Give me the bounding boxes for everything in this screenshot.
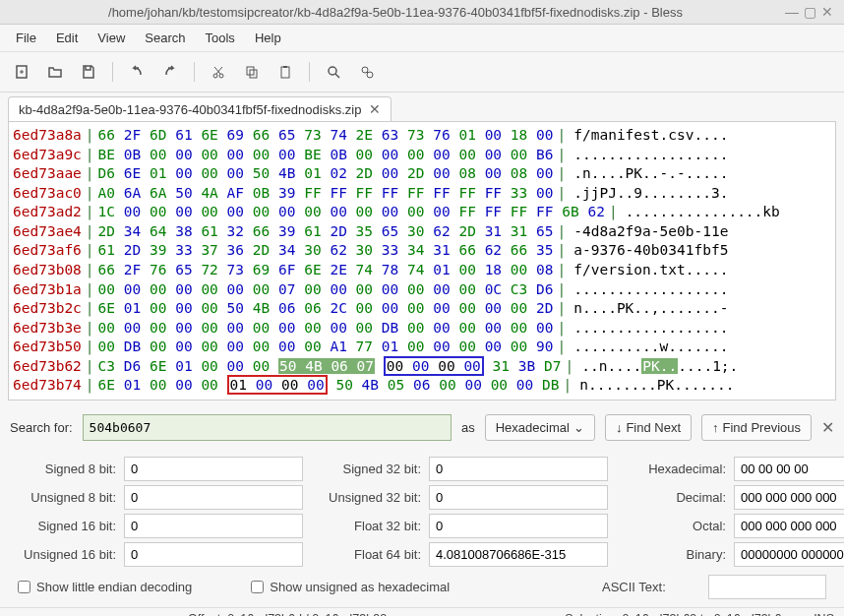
search-label: Search for: [10,420,73,435]
window-title: /home/johan/kb/testomsipcreator/kb-4d8a2… [8,5,783,20]
inspector-options: Show little endian decoding Show unsigne… [0,571,844,607]
signed-32-field[interactable] [429,457,608,481]
replace-button[interactable] [353,58,381,86]
svg-line-10 [335,74,339,78]
redo-button[interactable] [156,58,184,86]
status-offset: Offset: 0x16ed73b6d / 0x16ed73b92 [188,612,387,616]
close-button[interactable]: ✕ [818,4,836,20]
hex-view[interactable]: 6ed73a8a|66 2F 6D 61 6E 69 66 65 73 74 2… [8,121,836,400]
search-as-label: as [461,420,475,435]
status-bar: Offset: 0x16ed73b6d / 0x16ed73b92 Select… [0,607,844,616]
signed-8-field[interactable] [124,457,303,481]
title-bar: /home/johan/kb/testomsipcreator/kb-4d8a2… [0,0,844,25]
signed-16-field[interactable] [124,514,303,538]
menu-edit[interactable]: Edit [48,27,86,49]
file-tab[interactable]: kb-4d8a2f9a-5e0b-11ea-9376-40b0341fbf5f-… [8,96,392,121]
close-search-icon[interactable]: ✕ [821,418,834,437]
unsigned-hex-checkbox[interactable]: Show unsigned as hexadecimal [251,580,450,594]
unsigned-8-field[interactable] [124,485,303,510]
chevron-down-icon: ⌄ [573,420,584,435]
search-bar: Search for: as Hexadecimal⌄ ↓Find Next ↑… [0,408,844,447]
tab-close-icon[interactable]: ✕ [369,101,381,117]
binary-field[interactable] [734,542,844,567]
save-button[interactable] [75,58,102,86]
svg-line-13 [367,72,368,73]
open-button[interactable] [41,58,69,86]
svg-point-4 [219,74,223,78]
search-type-dropdown[interactable]: Hexadecimal⌄ [485,414,595,441]
tab-bar: kb-4d8a2f9a-5e0b-11ea-9376-40b0341fbf5f-… [0,92,844,121]
menu-view[interactable]: View [90,27,133,49]
minimize-button[interactable]: — [783,4,801,20]
copy-button[interactable] [238,58,266,86]
float-64-field[interactable] [429,542,608,567]
decimal-field[interactable] [734,485,844,510]
menu-help[interactable]: Help [247,27,289,49]
search-input[interactable] [83,414,452,441]
find-button[interactable] [320,58,347,86]
float-32-field[interactable] [429,514,608,538]
menu-tools[interactable]: Tools [198,27,243,49]
menu-bar: File Edit View Search Tools Help [0,25,844,52]
new-button[interactable] [8,58,35,86]
svg-rect-8 [283,66,287,68]
find-previous-button[interactable]: ↑Find Previous [701,414,812,441]
ascii-text-field[interactable] [708,575,826,599]
toolbar [0,52,844,92]
svg-point-3 [213,74,217,78]
cut-button[interactable] [205,58,232,86]
svg-point-9 [329,67,336,75]
find-next-button[interactable]: ↓Find Next [605,414,692,441]
tab-label: kb-4d8a2f9a-5e0b-11ea-9376-40b0341fbf5f-… [19,102,361,117]
unsigned-32-field[interactable] [429,485,608,510]
paste-button[interactable] [271,58,299,86]
hex-field[interactable] [734,457,844,481]
data-inspector: Signed 8 bit: Signed 32 bit: Hexadecimal… [0,447,844,571]
menu-search[interactable]: Search [137,27,193,49]
unsigned-16-field[interactable] [124,542,303,567]
arrow-down-icon: ↓ [616,420,623,435]
status-insert-mode: INS [814,612,834,616]
little-endian-checkbox[interactable]: Show little endian decoding [18,580,192,594]
undo-button[interactable] [123,58,151,86]
arrow-up-icon: ↑ [712,420,719,435]
status-selection: Selection: 0x16ed73b69 to 0x16ed73b6c … [565,612,804,616]
octal-field[interactable] [734,514,844,538]
svg-rect-7 [281,67,289,78]
maximize-button[interactable]: ▢ [801,4,818,20]
menu-file[interactable]: File [8,27,44,49]
